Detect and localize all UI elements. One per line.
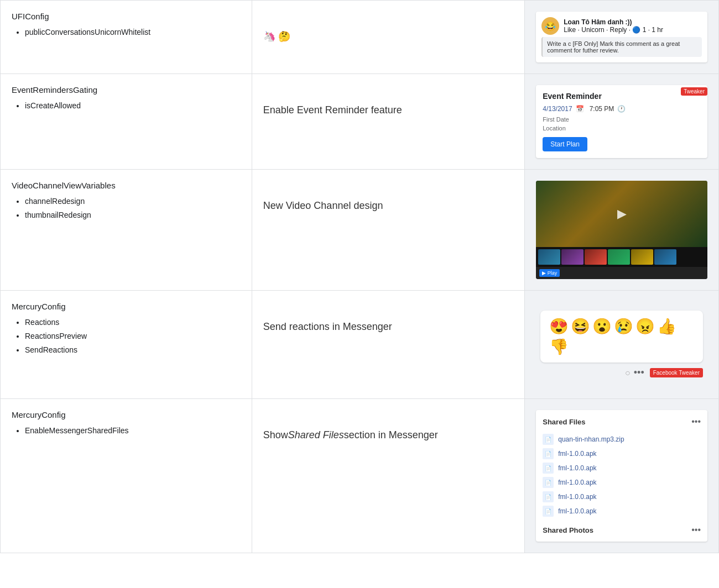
- reaction-emoji-6: 👍: [657, 317, 676, 335]
- avatar: 😂: [541, 17, 559, 35]
- config-list-2: isCreateAllowed: [12, 99, 241, 113]
- reaction-emoji-3: 😮: [592, 317, 612, 335]
- desc-cell-5: Show Shared Files section in Messenger: [252, 399, 525, 553]
- filename-0: quan-tin-nhan.mp3.zip: [558, 435, 624, 443]
- reactions-preview-wrapper: 😍 😆 😮 😢 😠 👍 👎 ○ ••• Facebook Tweaker: [536, 302, 707, 387]
- video-preview: ▶ ▶ Play: [536, 181, 707, 279]
- reaction-emoji-1: 😍: [549, 317, 569, 335]
- config-list-1: publicConversationsUnicornWhitelist: [12, 25, 241, 39]
- desc-cell-4: Send reactions in Messenger: [252, 291, 525, 399]
- config-item: thumbnailRedesign: [25, 208, 241, 222]
- thumbnail-1: [538, 249, 560, 265]
- config-item: publicConversationsUnicornWhitelist: [25, 25, 241, 39]
- video-thumbnails: [536, 247, 707, 267]
- desc-emoji-1: 🦄 🤔: [263, 12, 514, 45]
- preview-cell-1: 😂 Loan Tô Hâm danh :)) Like · Unicorn · …: [525, 1, 719, 74]
- event-time: 7:05 PM: [590, 105, 614, 113]
- file-item-5: 📄 fml-1.0.0.apk: [543, 504, 701, 518]
- event-date-field: 4/13/2017 📅 7:05 PM 🕐: [543, 105, 701, 113]
- config-name-1: UFIConfig: [12, 12, 241, 21]
- desc-cell-3: New Video Channel design: [252, 170, 525, 291]
- meta-links: Like · Unicorn · Reply · 🔵 1 · 1 hr: [564, 26, 663, 34]
- file-item-4: 📄 fml-1.0.0.apk: [543, 490, 701, 504]
- file-item-1: 📄 fml-1.0.0.apk: [543, 447, 701, 461]
- reaction-dots: •••: [634, 367, 644, 379]
- config-name-3: VideoChannelViewVariables: [12, 181, 241, 190]
- config-item-reactionspreview: ReactionsPreview: [25, 329, 241, 343]
- thumbnail-3: [585, 249, 607, 265]
- preview-cell-4: 😍 😆 😮 😢 😠 👍 👎 ○ ••• Facebook Tweaker: [525, 291, 719, 399]
- event-date: 4/13/2017: [543, 105, 572, 113]
- config-item-sendreactions: SendReactions: [25, 343, 241, 357]
- thumbnail-6: [654, 249, 676, 265]
- event-field2-label: Location: [543, 125, 701, 132]
- shared-header: Shared Files •••: [543, 417, 701, 427]
- start-plan-button[interactable]: Start Plan: [543, 137, 587, 151]
- thumbnail-2: [561, 249, 583, 265]
- user-line: 😂 Loan Tô Hâm danh :)) Like · Unicorn · …: [541, 17, 702, 35]
- config-name-4: MercuryConfig: [12, 302, 241, 311]
- reaction-emoji-2: 😆: [571, 317, 590, 335]
- config-item: channelRedesign: [25, 195, 241, 208]
- desc-cell-2: Enable Event Reminder feature: [252, 74, 525, 170]
- event-field1-label: First Date: [543, 116, 701, 123]
- file-item-0: 📄 quan-tin-nhan.mp3.zip: [543, 432, 701, 447]
- sharedfiles-preview: Shared Files ••• 📄 quan-tin-nhan.mp3.zip…: [536, 410, 707, 542]
- preview-cell-5: Shared Files ••• 📄 quan-tin-nhan.mp3.zip…: [525, 399, 719, 553]
- file-icon-5: 📄: [543, 506, 554, 517]
- preview-cell-3: ▶ ▶ Play: [525, 170, 719, 291]
- calendar-icon: 📅: [576, 105, 584, 113]
- video-bar-button[interactable]: ▶ Play: [539, 269, 560, 277]
- config-cell-2: EventRemindersGating isCreateAllowed: [1, 74, 252, 170]
- shared-photos-title: Shared Photos: [543, 526, 593, 534]
- avatar-emoji: 😂: [545, 21, 556, 32]
- desc-text-2: Enable Event Reminder feature: [263, 85, 514, 118]
- filename-2: fml-1.0.0.apk: [558, 464, 596, 472]
- clock-icon: 🕐: [617, 105, 626, 113]
- desc-cell-1: 🦄 🤔: [252, 1, 525, 74]
- config-cell-4: MercuryConfig Reactions ReactionsPreview…: [1, 291, 252, 399]
- shared-files-title: Shared Files: [543, 418, 585, 426]
- filename-3: fml-1.0.0.apk: [558, 479, 596, 486]
- comment-preview: 😂 Loan Tô Hâm danh :)) Like · Unicorn · …: [536, 12, 707, 62]
- thumbnail-5: [631, 249, 653, 265]
- thumbnail-4: [608, 249, 630, 265]
- shared-files-menu[interactable]: •••: [691, 417, 701, 427]
- preview-cell-2: Tweaker Event Reminder 4/13/2017 📅 7:05 …: [525, 74, 719, 170]
- config-cell-1: UFIConfig publicConversationsUnicornWhit…: [1, 1, 252, 74]
- video-screen: ▶: [536, 181, 707, 247]
- event-preview: Tweaker Event Reminder 4/13/2017 📅 7:05 …: [536, 85, 707, 158]
- filename-5: fml-1.0.0.apk: [558, 507, 596, 515]
- file-item-3: 📄 fml-1.0.0.apk: [543, 475, 701, 490]
- config-list-4: Reactions ReactionsPreview SendReactions: [12, 316, 241, 358]
- reaction-circle-icon: ○: [625, 368, 631, 378]
- config-item: isCreateAllowed: [25, 99, 241, 113]
- desc-text-4: Send reactions in Messenger: [263, 302, 514, 335]
- file-item-2: 📄 fml-1.0.0.apk: [543, 461, 701, 475]
- reaction-emoji-7: 👎: [549, 338, 569, 356]
- config-item-reactions: Reactions: [25, 316, 241, 329]
- config-cell-3: VideoChannelViewVariables channelRedesig…: [1, 170, 252, 291]
- config-item-enablesharedfiles: EnableMessengerSharedFiles: [25, 424, 241, 438]
- filename-1: fml-1.0.0.apk: [558, 450, 596, 458]
- file-icon-3: 📄: [543, 477, 554, 488]
- config-name-5: MercuryConfig: [12, 410, 241, 419]
- reaction-emoji-4: 😢: [614, 317, 633, 335]
- shared-photos-menu[interactable]: •••: [691, 525, 701, 535]
- user-info: Loan Tô Hâm danh :)) Like · Unicorn · Re…: [564, 18, 663, 34]
- config-list-3: channelRedesign thumbnailRedesign: [12, 195, 241, 222]
- file-icon-4: 📄: [543, 491, 554, 502]
- desc-text-3: New Video Channel design: [263, 181, 514, 214]
- config-name-2: EventRemindersGating: [12, 85, 241, 95]
- video-bar: ▶ Play: [536, 267, 707, 279]
- reactions-preview: 😍 😆 😮 😢 😠 👍 👎: [540, 311, 703, 363]
- file-icon-1: 📄: [543, 448, 554, 459]
- file-icon-2: 📄: [543, 463, 554, 474]
- event-title: Event Reminder: [543, 92, 701, 101]
- meta-text: Like · Unicorn · Reply · 🔵 1 · 1 hr: [564, 26, 663, 34]
- fb-tweaker-badge: Facebook Tweaker: [650, 368, 703, 377]
- shared-photos-header: Shared Photos •••: [543, 525, 701, 535]
- video-play-overlay: ▶: [617, 207, 627, 221]
- tweaker-badge: Tweaker: [681, 87, 707, 96]
- comment-placeholder: Write a c: [547, 40, 571, 47]
